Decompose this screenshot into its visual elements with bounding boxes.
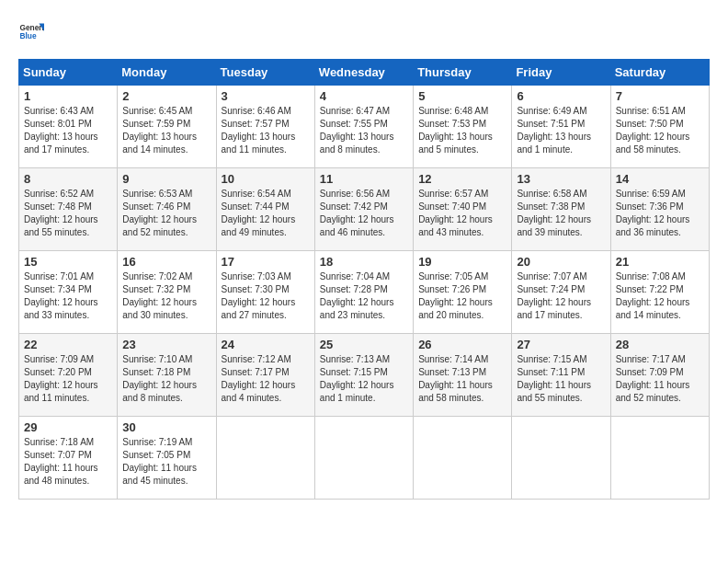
day-number: 3 [222, 89, 310, 103]
calendar-cell [512, 417, 610, 500]
day-number: 6 [517, 89, 605, 103]
week-row-2: 8Sunrise: 6:52 AM Sunset: 7:48 PM Daylig… [19, 168, 710, 251]
calendar-cell: 11Sunrise: 6:56 AM Sunset: 7:42 PM Dayli… [314, 168, 413, 251]
cell-text: Sunrise: 7:08 AM Sunset: 7:22 PM Dayligh… [616, 270, 704, 322]
day-number: 30 [122, 420, 210, 434]
week-row-5: 29Sunrise: 7:18 AM Sunset: 7:07 PM Dayli… [19, 417, 710, 500]
day-number: 17 [222, 255, 310, 269]
calendar-cell: 4Sunrise: 6:47 AM Sunset: 7:55 PM Daylig… [314, 86, 413, 168]
cell-text: Sunrise: 7:03 AM Sunset: 7:30 PM Dayligh… [222, 270, 310, 322]
day-number: 25 [320, 338, 408, 351]
day-number: 26 [418, 338, 506, 351]
calendar-cell [414, 417, 512, 500]
calendar-cell: 15Sunrise: 7:01 AM Sunset: 7:34 PM Dayli… [19, 251, 118, 334]
calendar-cell [314, 417, 413, 500]
calendar-cell: 17Sunrise: 7:03 AM Sunset: 7:30 PM Dayli… [216, 251, 314, 334]
cell-text: Sunrise: 6:43 AM Sunset: 8:01 PM Dayligh… [24, 105, 112, 156]
calendar-cell: 27Sunrise: 7:15 AM Sunset: 7:11 PM Dayli… [512, 334, 610, 417]
day-number: 7 [616, 89, 704, 103]
calendar-cell: 19Sunrise: 7:05 AM Sunset: 7:26 PM Dayli… [414, 251, 512, 334]
calendar-cell: 23Sunrise: 7:10 AM Sunset: 7:18 PM Dayli… [118, 334, 216, 417]
calendar-cell: 9Sunrise: 6:53 AM Sunset: 7:46 PM Daylig… [118, 168, 216, 251]
weekday-monday: Monday [118, 60, 216, 86]
cell-text: Sunrise: 6:54 AM Sunset: 7:44 PM Dayligh… [222, 188, 310, 239]
calendar-cell: 7Sunrise: 6:51 AM Sunset: 7:50 PM Daylig… [610, 86, 709, 168]
calendar-cell: 6Sunrise: 6:49 AM Sunset: 7:51 PM Daylig… [512, 86, 610, 168]
cell-text: Sunrise: 7:12 AM Sunset: 7:17 PM Dayligh… [222, 353, 310, 405]
calendar-cell [610, 417, 709, 500]
page-header: General Blue [18, 18, 710, 44]
calendar-body: 1Sunrise: 6:43 AM Sunset: 8:01 PM Daylig… [19, 86, 710, 500]
cell-text: Sunrise: 7:18 AM Sunset: 7:07 PM Dayligh… [24, 436, 112, 488]
day-number: 22 [24, 338, 112, 351]
calendar-cell: 26Sunrise: 7:14 AM Sunset: 7:13 PM Dayli… [414, 334, 512, 417]
cell-text: Sunrise: 6:46 AM Sunset: 7:57 PM Dayligh… [222, 105, 310, 156]
calendar-cell: 25Sunrise: 7:13 AM Sunset: 7:15 PM Dayli… [314, 334, 413, 417]
logo-icon: General Blue [18, 18, 44, 44]
day-number: 2 [122, 89, 210, 103]
cell-text: Sunrise: 6:53 AM Sunset: 7:46 PM Dayligh… [122, 188, 210, 239]
cell-text: Sunrise: 6:58 AM Sunset: 7:38 PM Dayligh… [517, 188, 605, 239]
cell-text: Sunrise: 6:52 AM Sunset: 7:48 PM Dayligh… [24, 188, 112, 239]
day-number: 5 [418, 89, 506, 103]
day-number: 4 [320, 89, 408, 103]
calendar-cell [216, 417, 314, 500]
day-number: 12 [418, 172, 506, 186]
calendar-cell: 5Sunrise: 6:48 AM Sunset: 7:53 PM Daylig… [414, 86, 512, 168]
cell-text: Sunrise: 7:07 AM Sunset: 7:24 PM Dayligh… [517, 270, 605, 322]
day-number: 29 [24, 420, 112, 434]
cell-text: Sunrise: 7:04 AM Sunset: 7:28 PM Dayligh… [320, 270, 408, 322]
calendar-cell: 21Sunrise: 7:08 AM Sunset: 7:22 PM Dayli… [610, 251, 709, 334]
calendar-cell: 8Sunrise: 6:52 AM Sunset: 7:48 PM Daylig… [19, 168, 118, 251]
day-number: 9 [122, 172, 210, 186]
cell-text: Sunrise: 7:17 AM Sunset: 7:09 PM Dayligh… [616, 353, 704, 405]
cell-text: Sunrise: 6:45 AM Sunset: 7:59 PM Dayligh… [122, 105, 210, 156]
calendar-cell: 20Sunrise: 7:07 AM Sunset: 7:24 PM Dayli… [512, 251, 610, 334]
day-number: 8 [24, 172, 112, 186]
day-number: 21 [616, 255, 704, 269]
cell-text: Sunrise: 7:02 AM Sunset: 7:32 PM Dayligh… [122, 270, 210, 322]
calendar-cell: 10Sunrise: 6:54 AM Sunset: 7:44 PM Dayli… [216, 168, 314, 251]
weekday-thursday: Thursday [414, 60, 512, 86]
cell-text: Sunrise: 6:57 AM Sunset: 7:40 PM Dayligh… [418, 188, 506, 239]
cell-text: Sunrise: 7:05 AM Sunset: 7:26 PM Dayligh… [418, 270, 506, 322]
day-number: 20 [517, 255, 605, 269]
day-number: 15 [24, 255, 112, 269]
calendar-table: SundayMondayTuesdayWednesdayThursdayFrid… [18, 59, 710, 500]
weekday-friday: Friday [512, 60, 610, 86]
calendar-cell: 18Sunrise: 7:04 AM Sunset: 7:28 PM Dayli… [314, 251, 413, 334]
calendar-cell: 29Sunrise: 7:18 AM Sunset: 7:07 PM Dayli… [19, 417, 118, 500]
cell-text: Sunrise: 7:14 AM Sunset: 7:13 PM Dayligh… [418, 353, 506, 405]
week-row-4: 22Sunrise: 7:09 AM Sunset: 7:20 PM Dayli… [19, 334, 710, 417]
week-row-1: 1Sunrise: 6:43 AM Sunset: 8:01 PM Daylig… [19, 86, 710, 168]
svg-text:Blue: Blue [19, 31, 36, 40]
calendar-cell: 28Sunrise: 7:17 AM Sunset: 7:09 PM Dayli… [610, 334, 709, 417]
week-row-3: 15Sunrise: 7:01 AM Sunset: 7:34 PM Dayli… [19, 251, 710, 334]
weekday-tuesday: Tuesday [216, 60, 314, 86]
day-number: 13 [517, 172, 605, 186]
day-number: 27 [517, 338, 605, 351]
weekday-header-row: SundayMondayTuesdayWednesdayThursdayFrid… [19, 60, 710, 86]
calendar-cell: 22Sunrise: 7:09 AM Sunset: 7:20 PM Dayli… [19, 334, 118, 417]
cell-text: Sunrise: 7:19 AM Sunset: 7:05 PM Dayligh… [122, 436, 210, 488]
calendar-cell: 2Sunrise: 6:45 AM Sunset: 7:59 PM Daylig… [118, 86, 216, 168]
weekday-saturday: Saturday [610, 60, 709, 86]
day-number: 16 [122, 255, 210, 269]
cell-text: Sunrise: 6:48 AM Sunset: 7:53 PM Dayligh… [418, 105, 506, 156]
calendar-cell: 12Sunrise: 6:57 AM Sunset: 7:40 PM Dayli… [414, 168, 512, 251]
cell-text: Sunrise: 6:47 AM Sunset: 7:55 PM Dayligh… [320, 105, 408, 156]
cell-text: Sunrise: 7:13 AM Sunset: 7:15 PM Dayligh… [320, 353, 408, 405]
weekday-wednesday: Wednesday [314, 60, 413, 86]
cell-text: Sunrise: 6:49 AM Sunset: 7:51 PM Dayligh… [517, 105, 605, 156]
day-number: 23 [122, 338, 210, 351]
calendar-cell: 14Sunrise: 6:59 AM Sunset: 7:36 PM Dayli… [610, 168, 709, 251]
cell-text: Sunrise: 7:09 AM Sunset: 7:20 PM Dayligh… [24, 353, 112, 405]
day-number: 18 [320, 255, 408, 269]
weekday-sunday: Sunday [19, 60, 118, 86]
day-number: 19 [418, 255, 506, 269]
calendar-cell: 1Sunrise: 6:43 AM Sunset: 8:01 PM Daylig… [19, 86, 118, 168]
day-number: 10 [222, 172, 310, 186]
cell-text: Sunrise: 7:10 AM Sunset: 7:18 PM Dayligh… [122, 353, 210, 405]
day-number: 28 [616, 338, 704, 351]
day-number: 14 [616, 172, 704, 186]
